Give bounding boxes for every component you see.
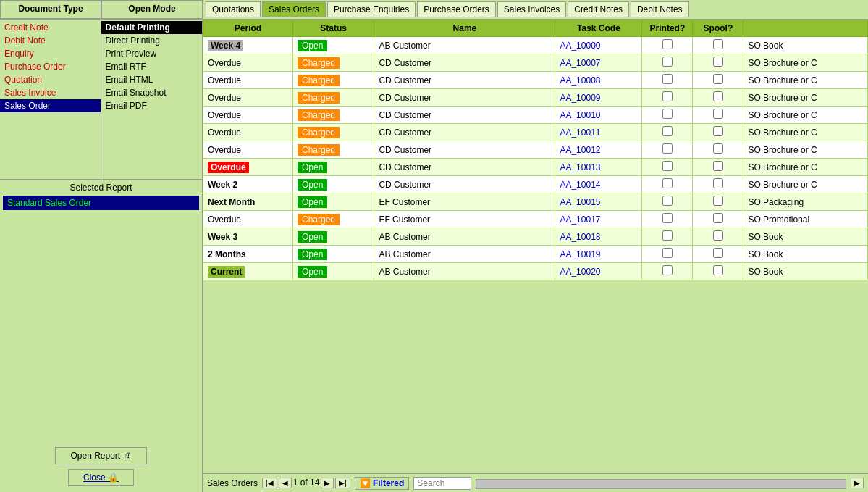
filter-button[interactable]: 🔽 Filtered xyxy=(355,477,409,490)
table-row[interactable]: OverdueChargedEF CustomerAA_10017SO Prom… xyxy=(203,211,868,228)
printed-checkbox[interactable] xyxy=(662,91,673,101)
printed-cell xyxy=(642,37,693,54)
scroll-right-button[interactable]: ▶ xyxy=(851,478,864,488)
spool-checkbox[interactable] xyxy=(713,57,723,67)
tabs-container: QuotationsSales OrdersPurchase Enquiries… xyxy=(203,0,868,19)
tab-purchase-orders[interactable]: Purchase Orders xyxy=(417,1,496,17)
printed-checkbox[interactable] xyxy=(662,109,673,119)
spool-checkbox[interactable] xyxy=(713,265,723,275)
table-row[interactable]: OverdueChargedCD CustomerAA_10011SO Broc… xyxy=(203,124,868,141)
spool-checkbox[interactable] xyxy=(713,161,723,171)
open-mode-email-rtf[interactable]: Email RTF xyxy=(101,60,203,73)
table-row[interactable]: CurrentOpenAB CustomerAA_10020SO Book xyxy=(203,263,868,280)
task-code-cell[interactable]: AA_10012 xyxy=(555,141,642,159)
open-mode-email-snapshot[interactable]: Email Snapshot xyxy=(101,86,203,99)
task-code-cell[interactable]: AA_10008 xyxy=(555,72,642,89)
table-container[interactable]: PeriodStatusNameTask CodePrinted?Spool? … xyxy=(203,20,868,473)
spool-checkbox[interactable] xyxy=(713,213,723,223)
table-row[interactable]: Week 4OpenAB CustomerAA_10000SO Book xyxy=(203,37,868,54)
table-row[interactable]: OverdueChargedCD CustomerAA_10008SO Broc… xyxy=(203,72,868,89)
spool-checkbox[interactable] xyxy=(713,126,723,136)
search-input[interactable] xyxy=(413,477,471,490)
printed-checkbox[interactable] xyxy=(662,248,673,258)
task-code-cell[interactable]: AA_10011 xyxy=(555,124,642,141)
table-row[interactable]: Next MonthOpenEF CustomerAA_10015SO Pack… xyxy=(203,193,868,211)
printed-checkbox[interactable] xyxy=(662,213,673,223)
tab-sales-invoices[interactable]: Sales Invoices xyxy=(497,1,566,17)
name-cell: CD Customer xyxy=(374,107,555,124)
nav-next-button[interactable]: ▶ xyxy=(321,478,334,488)
printed-cell xyxy=(642,107,693,124)
task-code-cell[interactable]: AA_10010 xyxy=(555,107,642,124)
tab-sales-orders[interactable]: Sales Orders xyxy=(262,1,326,17)
table-row[interactable]: OverdueChargedCD CustomerAA_10009SO Broc… xyxy=(203,89,868,107)
spool-checkbox[interactable] xyxy=(713,248,723,258)
tab-quotations[interactable]: Quotations xyxy=(206,1,261,17)
nav-first-button[interactable]: |◀ xyxy=(262,478,277,488)
spool-checkbox[interactable] xyxy=(713,74,723,84)
col-header-extra xyxy=(743,20,868,37)
printed-checkbox[interactable] xyxy=(662,143,673,154)
horizontal-scrollbar[interactable] xyxy=(476,479,846,489)
spool-checkbox[interactable] xyxy=(713,39,723,49)
open-mode-email-html[interactable]: Email HTML xyxy=(101,73,203,86)
tab-purchase-enquiries[interactable]: Purchase Enquiries xyxy=(327,1,416,17)
status-cell: Open xyxy=(292,159,374,176)
task-code-cell[interactable]: AA_10007 xyxy=(555,54,642,72)
printed-checkbox[interactable] xyxy=(662,196,673,206)
printed-checkbox[interactable] xyxy=(662,265,673,275)
tab-debit-notes[interactable]: Debit Notes xyxy=(631,1,689,17)
spool-checkbox[interactable] xyxy=(713,230,723,241)
printed-checkbox[interactable] xyxy=(662,161,673,171)
doc-type-debit-note[interactable]: Debit Note xyxy=(0,34,101,47)
spool-checkbox[interactable] xyxy=(713,196,723,206)
task-code-cell[interactable]: AA_10000 xyxy=(555,37,642,54)
doc-type-enquiry[interactable]: Enquiry xyxy=(0,47,101,60)
spool-checkbox[interactable] xyxy=(713,109,723,119)
close-button[interactable]: Close 🔒 xyxy=(68,469,134,486)
task-code-cell[interactable]: AA_10014 xyxy=(555,176,642,193)
printed-checkbox[interactable] xyxy=(662,39,673,49)
printed-checkbox[interactable] xyxy=(662,74,673,84)
task-code-cell[interactable]: AA_10018 xyxy=(555,228,642,246)
task-code-cell[interactable]: AA_10013 xyxy=(555,159,642,176)
doc-type-purchase-order[interactable]: Purchase Order xyxy=(0,60,101,73)
table-row[interactable]: OverdueChargedCD CustomerAA_10007SO Broc… xyxy=(203,54,868,72)
spool-checkbox[interactable] xyxy=(713,91,723,101)
tab-credit-notes[interactable]: Credit Notes xyxy=(568,1,629,17)
task-code-cell[interactable]: AA_10015 xyxy=(555,193,642,211)
doc-type-list: Credit NoteDebit NoteEnquiryPurchase Ord… xyxy=(0,20,101,179)
nav-last-button[interactable]: ▶| xyxy=(335,478,350,488)
status-bar: Sales Orders |◀ ◀ 1 of 14 ▶ ▶| 🔽 Filtere… xyxy=(203,473,868,492)
task-code-cell[interactable]: AA_10017 xyxy=(555,211,642,228)
printed-checkbox[interactable] xyxy=(662,178,673,188)
task-code-cell[interactable]: AA_10020 xyxy=(555,263,642,280)
doc-type-credit-note[interactable]: Credit Note xyxy=(0,21,101,34)
table-row[interactable]: Week 3OpenAB CustomerAA_10018SO Book xyxy=(203,228,868,246)
printed-checkbox[interactable] xyxy=(662,230,673,241)
spool-checkbox[interactable] xyxy=(713,143,723,154)
table-row[interactable]: OverdueChargedCD CustomerAA_10010SO Broc… xyxy=(203,107,868,124)
table-row[interactable]: OverdueOpenCD CustomerAA_10013SO Brochur… xyxy=(203,159,868,176)
name-cell: CD Customer xyxy=(374,141,555,159)
name-cell: CD Customer xyxy=(374,72,555,89)
task-code-cell[interactable]: AA_10019 xyxy=(555,246,642,263)
table-row[interactable]: 2 MonthsOpenAB CustomerAA_10019SO Book xyxy=(203,246,868,263)
name-cell: CD Customer xyxy=(374,124,555,141)
open-mode-default-printing[interactable]: Default Printing xyxy=(101,21,203,34)
spool-checkbox[interactable] xyxy=(713,178,723,188)
printed-cell xyxy=(642,159,693,176)
open-mode-print-preview[interactable]: Print Preview xyxy=(101,47,203,60)
open-mode-email-pdf[interactable]: Email PDF xyxy=(101,99,203,112)
nav-prev-button[interactable]: ◀ xyxy=(279,478,292,488)
task-code-cell[interactable]: AA_10009 xyxy=(555,89,642,107)
printed-checkbox[interactable] xyxy=(662,57,673,67)
doc-type-sales-order[interactable]: Sales Order xyxy=(0,99,101,112)
printed-checkbox[interactable] xyxy=(662,126,673,136)
doc-type-quotation[interactable]: Quotation xyxy=(0,73,101,86)
doc-type-sales-invoice[interactable]: Sales Invoice xyxy=(0,86,101,99)
table-row[interactable]: Week 2OpenCD CustomerAA_10014SO Brochure… xyxy=(203,176,868,193)
open-report-button[interactable]: Open Report 🖨 xyxy=(55,447,146,464)
open-mode-direct-printing[interactable]: Direct Printing xyxy=(101,34,203,47)
table-row[interactable]: OverdueChargedCD CustomerAA_10012SO Broc… xyxy=(203,141,868,159)
